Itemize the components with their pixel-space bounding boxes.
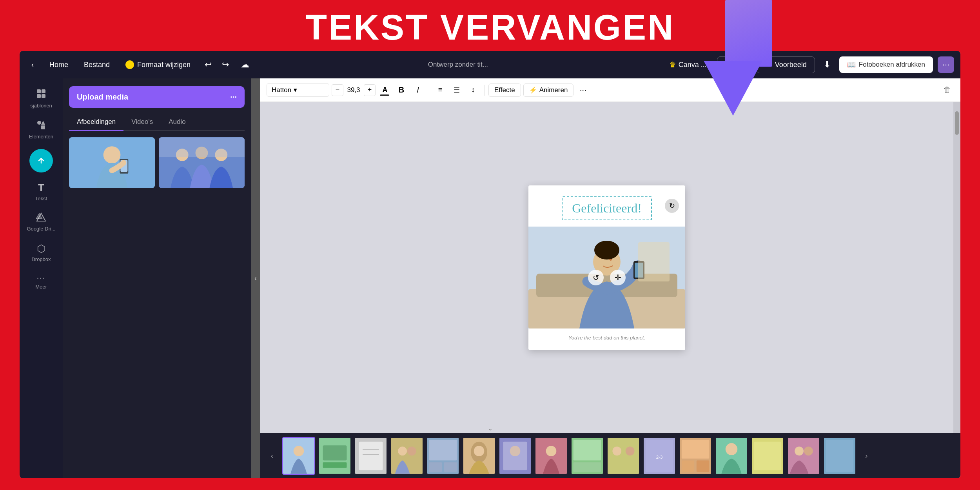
tab-videos[interactable]: Video's [123, 114, 161, 131]
font-size-increase-button[interactable]: + [364, 84, 376, 96]
text-align-button[interactable]: ≡ [433, 83, 447, 97]
animate-button[interactable]: ⚡ Animeren [523, 83, 574, 97]
svg-point-70 [795, 446, 804, 456]
rotate-button[interactable]: ↻ [665, 199, 679, 213]
animate-label: Animeren [539, 86, 568, 94]
design-title-text: Ontwerp zonder tit... [428, 61, 488, 68]
thumbnail-5[interactable] [426, 437, 459, 475]
download-button[interactable]: ⬇ [820, 57, 835, 72]
scrollbar-thumb[interactable] [955, 111, 959, 135]
bottom-chevron-button[interactable]: ⌄ [484, 424, 496, 432]
thumbnail-1[interactable] [282, 437, 315, 475]
thumbnail-8[interactable] [535, 437, 568, 475]
card-image[interactable]: ↺ ✛ [528, 227, 685, 328]
thumb-1-preview [283, 438, 314, 474]
thumbnail-6[interactable] [463, 437, 495, 475]
effects-button[interactable]: Effecte [488, 83, 521, 97]
canva-label: Canva ... [679, 61, 707, 69]
redo-button[interactable]: ↪ [218, 57, 233, 72]
tab-audio[interactable]: Audio [161, 114, 193, 131]
sidebar-item-elementen[interactable]: Elementen [24, 116, 59, 143]
download-icon: ⬇ [824, 60, 831, 70]
thumbnail-14[interactable] [751, 437, 784, 475]
upload-media-button[interactable]: Upload media ··· [69, 86, 245, 108]
svg-rect-0 [37, 89, 41, 93]
thumbnail-4[interactable] [390, 437, 423, 475]
format-toolbar: Hatton ▾ − 39,3 + A B [260, 78, 960, 102]
elementen-label: Elementen [29, 134, 53, 140]
home-button[interactable]: Home [44, 58, 74, 72]
format-label: Formaat wijzigen [137, 61, 191, 69]
tab-afbeeldingen-label: Afbeeldingen [77, 118, 116, 125]
thumb-15-preview [788, 438, 819, 474]
bold-button[interactable]: B [394, 83, 408, 97]
svg-rect-31 [323, 445, 347, 460]
sidebar-item-meer[interactable]: ··· Meer [24, 269, 59, 294]
more-dots-icon: ··· [942, 60, 949, 70]
svg-rect-1 [42, 89, 45, 93]
font-size-value: 39,3 [346, 86, 361, 94]
thumb-14-preview [752, 438, 783, 474]
greeting-text: Gefeliciteerd! [572, 201, 642, 215]
bestand-button[interactable]: Bestand [78, 58, 115, 72]
format-button[interactable]: Formaat wijzigen [120, 57, 196, 72]
thumbnail-13[interactable] [715, 437, 748, 475]
image-position-icon: ✛ [615, 273, 621, 282]
font-family-select[interactable]: Hatton ▾ [267, 83, 329, 97]
undo-button[interactable]: ↩ [201, 57, 216, 72]
cloud-button[interactable]: ☁ [238, 57, 252, 72]
more-options-button[interactable]: ··· [938, 56, 954, 73]
thumb-10-preview [608, 438, 639, 474]
image-position-button[interactable]: ✛ [610, 270, 626, 285]
trash-icon: 🗑 [943, 85, 951, 94]
sidebar-item-dropbox[interactable]: ⬡ Dropbox [24, 239, 59, 266]
thumb-4-preview [391, 438, 423, 474]
format-star-icon [125, 60, 134, 69]
line-spacing-button[interactable]: ↕ [466, 83, 480, 97]
back-button[interactable]: ‹ [26, 58, 39, 72]
sidebar-item-tekst[interactable]: T Tekst [24, 178, 59, 205]
canvas-scrollbar[interactable] [953, 102, 960, 433]
collapse-panel-button[interactable]: ‹ [251, 78, 260, 478]
sidebar-item-upload[interactable] [29, 149, 53, 172]
list-icon: ☰ [454, 86, 460, 94]
media-thumb-2[interactable] [159, 137, 245, 188]
tekst-icon: T [38, 182, 44, 194]
list-button[interactable]: ☰ [450, 83, 464, 97]
svg-marker-5 [41, 121, 45, 125]
thumbnail-10[interactable] [607, 437, 640, 475]
image-replace-button[interactable]: ↺ [588, 270, 604, 285]
svg-rect-34 [359, 441, 383, 470]
effects-label: Effecte [494, 86, 515, 94]
thumbnail-15[interactable] [787, 437, 820, 475]
sidebar-item-sjablonen[interactable]: sjablonen [24, 85, 59, 113]
text-element-container[interactable]: Gefeliciteerd! [562, 196, 652, 220]
tab-afbeeldingen[interactable]: Afbeeldingen [69, 114, 123, 131]
top-toolbar: ‹ Home Bestand Formaat wijzigen ↩ ↪ ☁ On… [20, 51, 960, 78]
print-button[interactable]: 📖 Fotoboeken afdrukken [839, 56, 933, 73]
book-icon: 📖 [847, 60, 856, 69]
media-thumb-1[interactable] [69, 137, 155, 188]
thumbnail-3[interactable] [354, 437, 387, 475]
thumbnail-2[interactable] [318, 437, 351, 475]
thumb-scroll-left-button[interactable]: ‹ [265, 449, 279, 463]
font-size-decrease-button[interactable]: − [332, 84, 343, 96]
delete-element-button[interactable]: 🗑 [940, 83, 954, 97]
thumb-scroll-right-button[interactable]: › [859, 449, 873, 463]
googledrive-label: Google Dri... [27, 226, 56, 232]
meer-icon: ··· [37, 273, 46, 282]
thumbnail-11[interactable]: 2-3 [643, 437, 676, 475]
align-icon: ≡ [438, 86, 443, 94]
italic-button[interactable]: I [411, 83, 425, 97]
format-more-button[interactable]: ··· [576, 83, 590, 97]
animate-icon: ⚡ [529, 86, 537, 94]
text-color-button[interactable]: A [378, 83, 392, 97]
thumbnail-16[interactable] [823, 437, 856, 475]
thumb-3-preview [355, 438, 387, 474]
thumbnail-9[interactable] [571, 437, 604, 475]
svg-point-49 [510, 446, 521, 456]
thumbnail-7[interactable] [499, 437, 532, 475]
sidebar-item-googledrive[interactable]: Google Dri... [24, 209, 59, 236]
thumbnail-12[interactable] [679, 437, 712, 475]
top-banner: TEKST VERVANGEN [0, 0, 980, 55]
